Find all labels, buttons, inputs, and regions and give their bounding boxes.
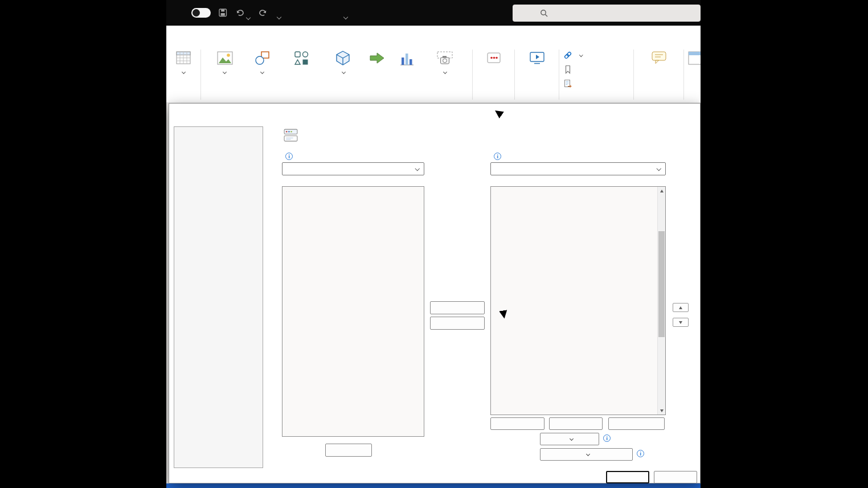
word-options-dialog: i i — [169, 103, 701, 483]
undo-icon[interactable] — [235, 9, 245, 19]
import-export-button[interactable] — [540, 448, 633, 461]
toggle-knob — [193, 9, 200, 17]
add-button[interactable] — [430, 301, 485, 314]
search-box[interactable] — [513, 5, 701, 22]
cross-reference-icon — [563, 79, 572, 88]
info-icon[interactable]: i — [637, 450, 644, 457]
group-divider — [514, 50, 515, 100]
new-group-button[interactable] — [549, 417, 603, 430]
new-tab-button[interactable] — [490, 417, 544, 430]
chevron-down-icon — [415, 166, 419, 171]
dropdown-chevron-icon — [342, 70, 346, 74]
search-icon — [540, 9, 548, 17]
link-icon — [563, 51, 572, 60]
status-bar — [166, 483, 701, 488]
autosave-toggle[interactable] — [191, 8, 211, 18]
ribbon-button-3d-modellen[interactable] — [325, 46, 361, 102]
chevron-down-icon — [569, 436, 573, 440]
ribbon-button-bladwijzer[interactable] — [560, 62, 633, 76]
ribbon-button-kruisverwijzing[interactable] — [560, 76, 633, 91]
up-arrow-icon — [679, 306, 682, 309]
undo-dropdown-icon[interactable] — [247, 11, 250, 22]
info-icon[interactable]: i — [494, 153, 501, 160]
group-scannen — [473, 46, 514, 102]
online-video-icon — [529, 48, 546, 68]
group-opmerkingen — [634, 46, 683, 102]
ribbon — [166, 46, 701, 103]
tree-scrollbar[interactable] — [657, 187, 665, 415]
shapes-icon — [255, 48, 271, 68]
ribbon-button-scan[interactable] — [473, 46, 514, 69]
ok-button[interactable] — [606, 471, 649, 483]
dropdown-chevron-icon — [223, 70, 227, 74]
table-icon — [175, 48, 192, 68]
ribbon-button-onlinevideo[interactable] — [515, 46, 558, 69]
down-arrow-icon — [679, 321, 682, 324]
ribbon-button-koppeling[interactable] — [560, 48, 633, 62]
ribbon-button-schermopname[interactable] — [420, 46, 470, 102]
commands-dropdown[interactable] — [282, 162, 424, 175]
close-button[interactable] — [679, 106, 693, 119]
titlebar — [166, 0, 701, 26]
chevron-down-icon — [656, 166, 661, 171]
redo-icon[interactable] — [258, 9, 268, 19]
dropdown-chevron-icon — [181, 70, 185, 74]
group-illustraties — [202, 46, 472, 102]
group-divider — [200, 50, 201, 100]
rename-button[interactable] — [608, 417, 665, 430]
ribbon-button-pictogrammen[interactable] — [278, 46, 325, 102]
picture-icon — [216, 48, 234, 68]
group-divider — [472, 50, 473, 100]
scrollbar-thumb[interactable] — [658, 231, 665, 337]
comment-icon — [650, 48, 668, 68]
ribbon-button-grafiek[interactable] — [394, 46, 420, 102]
group-koppelingen — [560, 46, 633, 102]
group-divider — [683, 50, 684, 100]
ribbon-dropdown[interactable] — [490, 162, 666, 175]
dropdown-chevron-icon — [260, 70, 264, 74]
commands-listbox[interactable] — [282, 186, 424, 437]
title-chevron-icon[interactable] — [344, 11, 347, 21]
customize-ribbon-label: i — [490, 151, 501, 160]
dialog-sidebar — [174, 126, 263, 468]
info-icon[interactable]: i — [603, 434, 611, 442]
group-divider — [559, 50, 559, 100]
ribbon-button-opmerking[interactable] — [634, 46, 683, 69]
smartart-icon — [369, 48, 386, 68]
choose-commands-label: i — [282, 151, 293, 160]
ribbon-button-tabel[interactable] — [166, 46, 200, 73]
screenshot-camera-icon — [436, 48, 453, 68]
ribbon-button-afbeeldingen[interactable] — [203, 46, 247, 102]
move-up-button[interactable] — [673, 303, 689, 312]
group-divider — [633, 50, 634, 100]
remove-button[interactable] — [430, 317, 485, 330]
scroll-up-icon[interactable] — [658, 187, 665, 195]
chevron-down-icon — [586, 452, 590, 456]
dropdown-chevron-icon — [443, 70, 447, 74]
ribbon-button-koptekst[interactable] — [685, 46, 701, 69]
save-icon[interactable] — [219, 9, 227, 19]
scan-icon — [485, 48, 502, 68]
icons-icon — [293, 48, 309, 68]
shortcuts-customize-button[interactable] — [325, 444, 372, 457]
group-media — [515, 46, 558, 102]
desktop: i i — [0, 0, 868, 488]
3d-cube-icon — [335, 48, 351, 68]
ribbon-button-smartart[interactable] — [361, 46, 394, 102]
help-button[interactable] — [654, 106, 668, 119]
scroll-down-icon[interactable] — [658, 407, 665, 415]
ribbon-tab-row — [166, 26, 701, 46]
customize-ribbon-icon — [283, 128, 298, 145]
cancel-button[interactable] — [654, 471, 697, 483]
quick-access-chevron-icon[interactable] — [277, 11, 281, 21]
info-icon[interactable]: i — [285, 153, 293, 160]
group-koptekst — [685, 46, 701, 102]
move-down-button[interactable] — [673, 318, 689, 327]
header-icon — [687, 48, 701, 68]
dropdown-chevron-icon — [579, 53, 583, 56]
chart-icon — [399, 48, 415, 68]
group-tabellen — [166, 46, 200, 102]
reset-button[interactable] — [540, 433, 599, 445]
ribbon-button-vormen[interactable] — [247, 46, 279, 102]
bookmark-icon — [563, 65, 572, 74]
